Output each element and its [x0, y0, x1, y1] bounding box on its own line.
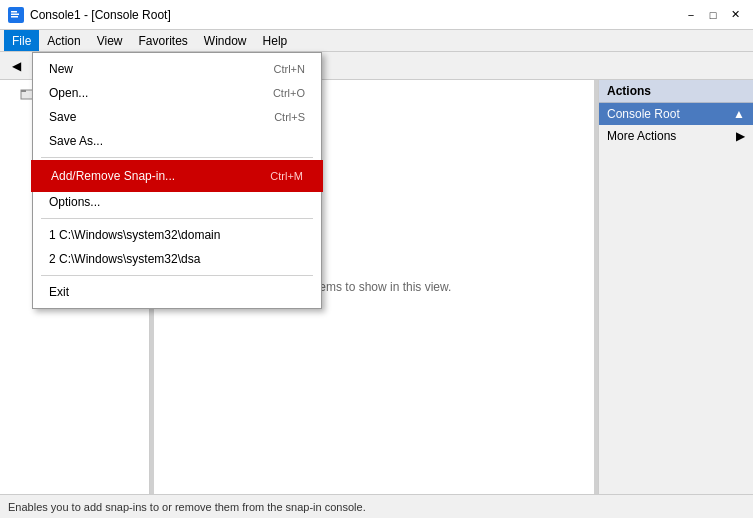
minimize-button[interactable]: − [681, 5, 701, 25]
app-icon [8, 7, 24, 23]
file-menu-save[interactable]: Save Ctrl+S [33, 105, 321, 129]
file-menu-recent-2[interactable]: 2 C:\Windows\system32\dsa [33, 247, 321, 271]
file-menu-dropdown: New Ctrl+N Open... Ctrl+O Save Ctrl+S Sa… [32, 52, 322, 309]
svg-rect-2 [11, 13, 19, 15]
more-actions-item[interactable]: More Actions ▶ [599, 125, 753, 147]
menu-view[interactable]: View [89, 30, 131, 51]
file-menu-saveas[interactable]: Save As... [33, 129, 321, 153]
file-menu-saveas-label: Save As... [49, 134, 103, 148]
window-title: Console1 - [Console Root] [30, 8, 171, 22]
file-menu-addsnapin[interactable]: Add/Remove Snap-in... Ctrl+M [33, 162, 321, 190]
file-menu-open-shortcut: Ctrl+O [273, 87, 305, 99]
file-menu-options[interactable]: Options... [33, 190, 321, 214]
file-menu-new-shortcut: Ctrl+N [274, 63, 305, 75]
svg-rect-7 [21, 90, 26, 92]
file-menu-save-shortcut: Ctrl+S [274, 111, 305, 123]
menu-separator-3 [41, 275, 313, 276]
file-menu-recent-1-label: 1 C:\Windows\system32\domain [49, 228, 220, 242]
more-actions-label: More Actions [607, 129, 676, 143]
svg-rect-1 [11, 11, 17, 13]
menu-separator-1 [41, 157, 313, 158]
more-actions-arrow-icon: ▶ [736, 129, 745, 143]
menu-bar: File Action View Favorites Window Help [0, 30, 753, 52]
file-menu-addsnapin-label: Add/Remove Snap-in... [51, 169, 175, 183]
file-menu-addsnapin-shortcut: Ctrl+M [270, 170, 303, 182]
menu-separator-2 [41, 218, 313, 219]
collapse-icon: ▲ [733, 107, 745, 121]
window-controls: − □ ✕ [681, 5, 745, 25]
actions-section-title[interactable]: Console Root ▲ [599, 103, 753, 125]
file-menu-open[interactable]: Open... Ctrl+O [33, 81, 321, 105]
file-menu-recent-2-label: 2 C:\Windows\system32\dsa [49, 252, 200, 266]
title-bar-left: Console1 - [Console Root] [8, 7, 171, 23]
file-menu-exit-label: Exit [49, 285, 69, 299]
actions-section-label: Console Root [607, 107, 680, 121]
menu-file[interactable]: File [4, 30, 39, 51]
menu-action[interactable]: Action [39, 30, 88, 51]
title-bar: Console1 - [Console Root] − □ ✕ [0, 0, 753, 30]
menu-help[interactable]: Help [255, 30, 296, 51]
right-panel: Actions Console Root ▲ More Actions ▶ [598, 80, 753, 494]
actions-header: Actions [599, 80, 753, 103]
file-menu-save-label: Save [49, 110, 76, 124]
svg-rect-3 [11, 16, 18, 18]
status-text: Enables you to add snap-ins to or remove… [8, 501, 366, 513]
file-menu-options-label: Options... [49, 195, 100, 209]
file-menu-exit[interactable]: Exit [33, 280, 321, 304]
maximize-button[interactable]: □ [703, 5, 723, 25]
status-bar: Enables you to add snap-ins to or remove… [0, 494, 753, 518]
close-button[interactable]: ✕ [725, 5, 745, 25]
file-menu-recent-1[interactable]: 1 C:\Windows\system32\domain [33, 223, 321, 247]
menu-window[interactable]: Window [196, 30, 255, 51]
file-menu-new[interactable]: New Ctrl+N [33, 57, 321, 81]
file-menu-open-label: Open... [49, 86, 88, 100]
file-menu-new-label: New [49, 62, 73, 76]
back-button[interactable]: ◀ [4, 55, 28, 77]
menu-favorites[interactable]: Favorites [131, 30, 196, 51]
